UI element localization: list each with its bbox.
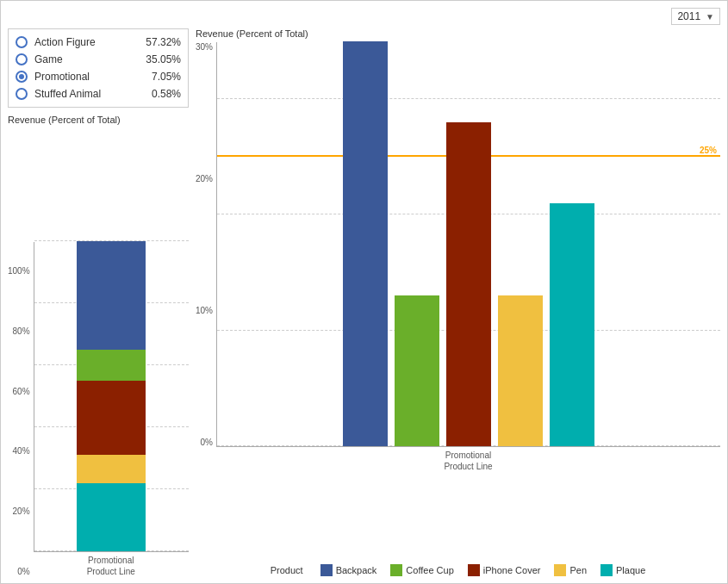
stacked-bar-segment bbox=[77, 455, 146, 482]
legend-item-promotional[interactable]: Promotional 7.05% bbox=[16, 71, 181, 83]
small-y-label: 0% bbox=[17, 567, 29, 576]
legend-color-box bbox=[554, 564, 566, 576]
stacked-bar-segment bbox=[77, 350, 146, 381]
bottom-legend-label: iPhone Cover bbox=[483, 565, 541, 575]
right-grid-line bbox=[217, 98, 720, 99]
bottom-legend-label: Backpack bbox=[336, 565, 377, 575]
right-y-label: 0% bbox=[201, 438, 213, 447]
small-chart-title: Revenue (Percent of Total) bbox=[8, 115, 189, 125]
small-y-label: 80% bbox=[13, 326, 30, 336]
bottom-legend-label: Plaque bbox=[616, 565, 645, 575]
right-axis-title: Product Line bbox=[216, 462, 720, 471]
reference-label: 25% bbox=[700, 146, 717, 155]
legend-item-action-figure[interactable]: Action Figure 57.32% bbox=[16, 36, 181, 48]
right-y-axis: 30%20%10%0% bbox=[196, 42, 216, 447]
bar-pen bbox=[498, 295, 543, 446]
bottom-legend-item: Backpack bbox=[320, 564, 377, 576]
legend-label-promotional: Promotional bbox=[34, 71, 135, 83]
stacked-bar-segment bbox=[77, 381, 146, 455]
radio-action-figure bbox=[16, 36, 28, 48]
bar-coffee-cup bbox=[395, 295, 439, 446]
bar-plaque bbox=[550, 203, 594, 446]
legend-color-box bbox=[390, 564, 402, 576]
small-y-label: 20% bbox=[13, 506, 30, 516]
radio-game bbox=[16, 53, 28, 65]
small-x-label: Promotional bbox=[34, 556, 189, 565]
legend-value-action-figure: 57.32% bbox=[142, 36, 181, 48]
small-y-label: 40% bbox=[13, 446, 30, 456]
small-chart-area: 100%80%60%40%20%0% Promotional Product L… bbox=[8, 128, 189, 576]
bottom-legend-item: Pen bbox=[554, 564, 587, 576]
stacked-bar-segment bbox=[77, 483, 146, 551]
small-chart: Revenue (Percent of Total) 100%80%60%40%… bbox=[8, 115, 189, 576]
legend-value-promotional: 7.05% bbox=[142, 71, 181, 83]
top-bar: 2011 ▼ bbox=[8, 8, 720, 25]
legend-label-action-figure: Action Figure bbox=[34, 36, 135, 48]
bottom-legend-item: Plaque bbox=[600, 564, 645, 576]
bar-backpack bbox=[343, 41, 388, 446]
legend-color-box bbox=[468, 564, 480, 576]
legend-item-game[interactable]: Game 35.05% bbox=[16, 53, 181, 65]
year-dropdown[interactable]: 2011 ▼ bbox=[671, 8, 720, 25]
bottom-legend-label: Pen bbox=[569, 565, 587, 575]
main-container: 2011 ▼ Action Figure 57.32% Game 35.05% bbox=[0, 0, 728, 584]
bottom-legend-item: Coffee Cup bbox=[390, 564, 453, 576]
legend-value-stuffed-animal: 0.58% bbox=[142, 88, 181, 100]
dropdown-arrow-icon: ▼ bbox=[706, 12, 714, 22]
legend-label-game: Game bbox=[34, 53, 135, 65]
right-y-label: 10% bbox=[196, 306, 213, 315]
right-x-label: Promotional bbox=[216, 450, 720, 460]
right-y-label: 20% bbox=[196, 174, 213, 183]
legend-color-box bbox=[320, 564, 333, 576]
small-y-label: 100% bbox=[8, 266, 30, 276]
bottom-legend-label: Coffee Cup bbox=[406, 565, 453, 575]
stacked-bar-segment bbox=[77, 241, 146, 350]
radio-promotional bbox=[16, 71, 28, 83]
legend-label-stuffed-animal: Stuffed Animal bbox=[34, 88, 135, 100]
small-axis-title: Product Line bbox=[34, 567, 189, 576]
small-chart-body: Promotional Product Line bbox=[34, 242, 189, 576]
legend-item-stuffed-animal[interactable]: Stuffed Animal 0.58% bbox=[16, 88, 181, 100]
right-chart-body: 25% Promotional Product Line bbox=[216, 42, 720, 559]
left-panel: Action Figure 57.32% Game 35.05% Promoti… bbox=[8, 28, 189, 576]
right-chart-title: Revenue (Percent of Total) bbox=[196, 28, 720, 39]
main-content: Action Figure 57.32% Game 35.05% Promoti… bbox=[8, 28, 720, 576]
right-chart-area: 30%20%10%0% 25% Promotional Product Line bbox=[196, 42, 720, 559]
right-panel: Revenue (Percent of Total) 30%20%10%0% 2… bbox=[196, 28, 720, 576]
stacked-bar bbox=[77, 241, 146, 551]
radio-stuffed-animal bbox=[16, 88, 28, 100]
bottom-legend-item: iPhone Cover bbox=[468, 564, 541, 576]
bottom-legend-title: Product bbox=[271, 565, 303, 575]
year-value: 2011 bbox=[677, 10, 700, 22]
small-y-axis: 100%80%60%40%20%0% bbox=[8, 266, 34, 576]
right-bar-area: 25% bbox=[216, 42, 720, 447]
legend-value-game: 35.05% bbox=[142, 53, 181, 65]
small-bar-area bbox=[34, 242, 189, 552]
bar-iphone-cover bbox=[446, 122, 491, 446]
small-y-label: 60% bbox=[13, 387, 30, 396]
legend-color-box bbox=[600, 564, 613, 576]
legend-box: Action Figure 57.32% Game 35.05% Promoti… bbox=[8, 28, 189, 108]
right-y-label: 30% bbox=[196, 42, 213, 52]
bottom-legend: Product BackpackCoffee CupiPhone CoverPe… bbox=[196, 564, 720, 576]
